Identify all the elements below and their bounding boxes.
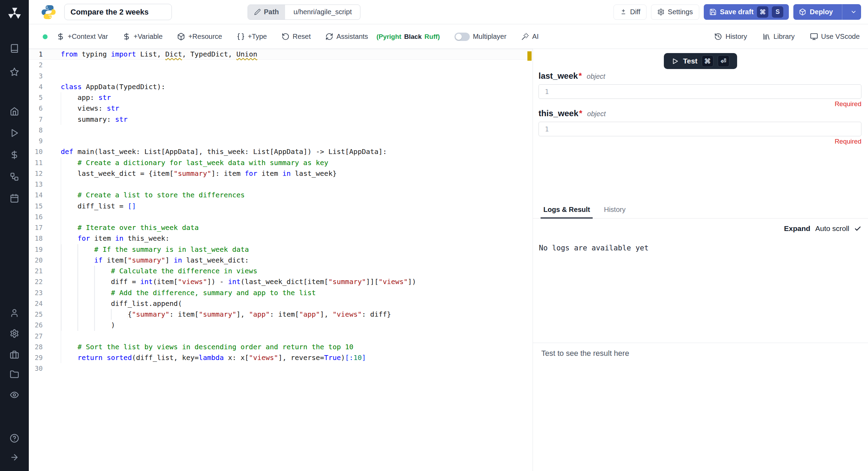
history-button[interactable]: History	[714, 33, 747, 41]
windmill-logo-icon[interactable]	[0, 6, 29, 21]
test-button[interactable]: Test ⌘ ⏎	[664, 53, 737, 69]
help-icon[interactable]	[0, 434, 29, 443]
auto-scroll-check-icon[interactable]	[854, 225, 861, 232]
folder-icon[interactable]	[0, 370, 29, 379]
code-line[interactable]: 11# Create a dictionary for last_week da…	[29, 157, 533, 168]
line-number: 23	[29, 288, 43, 298]
deploy-button[interactable]: Deploy	[793, 4, 861, 20]
code-line[interactable]: 12last_week_dict = {item["summary"]: ite…	[29, 168, 533, 179]
code-line[interactable]: 20if item["summary"] in last_week_dict:	[29, 255, 533, 266]
code-line[interactable]: 9	[29, 136, 533, 146]
workers-briefcase-icon[interactable]	[0, 350, 29, 359]
tab-history[interactable]: History	[601, 206, 628, 218]
deploy-caret-button[interactable]	[846, 4, 861, 20]
multiplayer-control: Multiplayer	[454, 33, 507, 41]
code-line[interactable]: 28# Sort the list by views in descending…	[29, 342, 533, 352]
indent-guide	[61, 212, 77, 222]
save-draft-button[interactable]: Save draft ⌘ S	[704, 4, 789, 20]
input-line-number: 1	[539, 88, 555, 95]
schedules-calendar-icon[interactable]	[0, 194, 29, 203]
line-number: 9	[29, 136, 43, 146]
expand-button[interactable]: Expand	[784, 224, 810, 233]
add-variable-button[interactable]: +Variable	[123, 33, 163, 41]
last-week-input[interactable]: 1	[539, 84, 861, 99]
input-area[interactable]	[555, 122, 861, 136]
code-line[interactable]: 1from typing import List, Dict, TypedDic…	[29, 49, 533, 60]
indent-guide	[61, 222, 77, 233]
script-path[interactable]: u/henri/agile_script	[285, 5, 360, 19]
code-line[interactable]: 24diff_list.append(	[29, 298, 533, 309]
code-line[interactable]: 13	[29, 179, 533, 190]
script-title: Compare the 2 weeks	[70, 8, 149, 17]
auto-scroll-label[interactable]: Auto scroll	[815, 224, 849, 233]
code-line[interactable]: 2	[29, 60, 533, 70]
code-line[interactable]: 29return sorted(diff_list, key=lambda x:…	[29, 352, 533, 363]
ai-button[interactable]: AI	[521, 33, 539, 41]
home-icon[interactable]	[0, 106, 29, 116]
path-control: Path u/henri/agile_script	[248, 5, 360, 20]
line-number: 16	[29, 212, 43, 222]
code-line[interactable]: 14# Create a list to store the differenc…	[29, 190, 533, 200]
code-line[interactable]: 21# Calculate the difference in views	[29, 266, 533, 276]
use-vscode-button[interactable]: Use VScode	[810, 33, 860, 41]
audit-eye-icon[interactable]	[0, 390, 29, 400]
code-line[interactable]: 10def main(last_week: List[AppData], thi…	[29, 146, 533, 157]
code-line[interactable]: 7summary: str	[29, 114, 533, 125]
indent-guide	[61, 168, 77, 179]
multiplayer-toggle[interactable]	[454, 33, 470, 41]
code-line[interactable]: 22diff = int(item["views"]) - int(last_w…	[29, 276, 533, 287]
input-area[interactable]	[555, 85, 861, 99]
settings-button[interactable]: Settings	[651, 5, 699, 20]
collapse-arrow-icon[interactable]	[0, 453, 29, 462]
tab-logs-result[interactable]: Logs & Result	[541, 206, 593, 218]
assistants-button[interactable]: Assistants	[325, 33, 368, 41]
runs-play-icon[interactable]	[0, 128, 29, 138]
notebook-icon[interactable]	[0, 44, 29, 53]
script-title-input[interactable]: Compare the 2 weeks	[64, 4, 172, 20]
indent-guide	[61, 255, 94, 266]
required-hint: Required	[539, 100, 861, 108]
line-number: 19	[29, 244, 43, 255]
code-line[interactable]: 23# Add the difference, summary and app …	[29, 288, 533, 298]
code-line[interactable]: 16	[29, 212, 533, 222]
gear-icon[interactable]	[0, 329, 29, 338]
field-name: this_week	[539, 109, 578, 118]
status-dot	[43, 34, 48, 39]
required-asterisk: *	[579, 109, 582, 118]
edit-path-button[interactable]: Path	[248, 5, 285, 19]
flows-workflow-icon[interactable]	[0, 172, 29, 181]
save-icon	[709, 8, 717, 16]
code-line[interactable]: 3	[29, 71, 533, 82]
star-icon[interactable]	[0, 67, 29, 77]
code-line[interactable]: 30	[29, 363, 533, 374]
code-editor[interactable]: 1from typing import List, Dict, TypedDic…	[29, 49, 533, 471]
user-icon[interactable]	[0, 308, 29, 318]
code-line[interactable]: 15diff_list = []	[29, 201, 533, 212]
variables-dollar-icon[interactable]	[0, 150, 29, 160]
code-line[interactable]: 18for item in this_week:	[29, 233, 533, 244]
this-week-input[interactable]: 1	[539, 122, 861, 136]
chevron-down-icon	[850, 9, 857, 15]
line-number: 24	[29, 298, 43, 309]
code-line[interactable]: 6views: str	[29, 103, 533, 114]
code-line[interactable]: 4class AppData(TypedDict):	[29, 82, 533, 92]
field-type: object	[587, 72, 605, 80]
code-line[interactable]: 17# Iterate over this_week data	[29, 222, 533, 233]
library-button[interactable]: Library	[762, 33, 795, 41]
box-icon	[177, 33, 185, 41]
dollar-icon	[57, 33, 65, 41]
add-type-button[interactable]: +Type	[237, 33, 267, 41]
line-number: 3	[29, 71, 43, 82]
code-line[interactable]: 27	[29, 331, 533, 342]
add-context-var-button[interactable]: +Context Var	[57, 33, 108, 41]
line-number: 29	[29, 352, 43, 363]
field-label-row: this_week* object	[539, 109, 861, 120]
code-line[interactable]: 26)	[29, 320, 533, 331]
diff-button[interactable]: Diff	[614, 5, 647, 20]
reset-button[interactable]: Reset	[282, 33, 311, 41]
code-line[interactable]: 25{"summary": item["summary"], "app": it…	[29, 309, 533, 320]
code-line[interactable]: 5app: str	[29, 92, 533, 103]
code-line[interactable]: 8	[29, 125, 533, 136]
code-line[interactable]: 19# If the summary is in last_week data	[29, 244, 533, 255]
add-resource-button[interactable]: +Resource	[177, 33, 222, 41]
